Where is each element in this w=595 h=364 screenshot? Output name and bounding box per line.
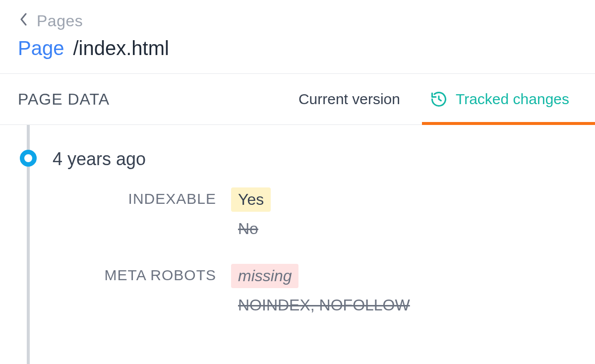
timeline-marker: [20, 150, 37, 167]
changes-timeline: 4 years ago INDEXABLE Yes No META ROBOTS…: [0, 125, 595, 314]
event-time: 4 years ago: [53, 145, 577, 170]
value-new: Yes: [231, 187, 271, 212]
change-row-indexable: INDEXABLE Yes No: [53, 187, 577, 238]
tab-changes-label: Tracked changes: [456, 91, 569, 108]
value-old: No: [231, 220, 258, 238]
change-values: Yes No: [231, 187, 577, 238]
history-icon: [430, 90, 448, 108]
change-label: INDEXABLE: [53, 187, 216, 238]
change-rows: INDEXABLE Yes No META ROBOTS missing NOI…: [53, 187, 577, 314]
value-new: missing: [231, 264, 298, 288]
value-old: NOINDEX, NOFOLLOW: [231, 296, 410, 314]
tab-current-label: Current version: [298, 91, 400, 108]
change-values: missing NOINDEX, NOFOLLOW: [231, 264, 577, 314]
page-data-section-bar: PAGE DATA Current version Tracked change…: [0, 73, 595, 125]
tab-tracked-changes[interactable]: Tracked changes: [422, 74, 577, 124]
section-title: PAGE DATA: [18, 90, 291, 109]
breadcrumb[interactable]: Pages: [0, 0, 595, 33]
change-label: META ROBOTS: [53, 264, 216, 314]
page-title-label: Page: [18, 37, 64, 60]
breadcrumb-parent[interactable]: Pages: [37, 12, 83, 30]
tab-current-version[interactable]: Current version: [291, 74, 408, 124]
chevron-left-icon: [20, 13, 28, 28]
page-title-value: /index.html: [73, 37, 169, 60]
page-title-row: Page /index.html: [0, 33, 595, 73]
change-row-meta-robots: META ROBOTS missing NOINDEX, NOFOLLOW: [53, 264, 577, 314]
